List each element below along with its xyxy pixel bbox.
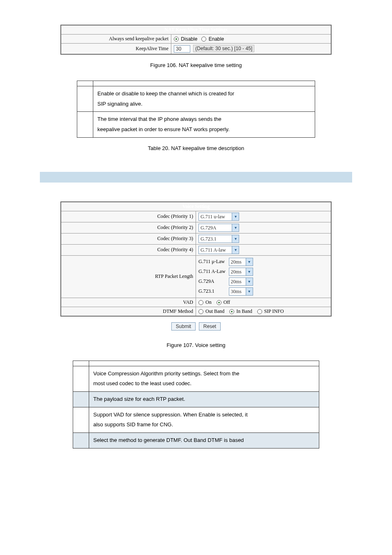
vad-on-label: On	[205, 299, 212, 305]
codec-p4-select[interactable]: G.711 A-law▾	[198, 246, 239, 254]
rtp-packet-length-label: RTP Packet Length	[61, 255, 196, 298]
rtp-g729a-name: G.729A	[198, 277, 229, 287]
nat-desc-desc-header	[93, 81, 315, 86]
dtmf-outband-label: Out Band	[205, 308, 224, 314]
keepalive-time-hint: (Default: 30 sec.) [10 - 45]	[193, 45, 254, 52]
dtmf-inband-label: In Band	[236, 308, 252, 314]
dtmf-label: DTMF Method	[61, 307, 196, 316]
chevron-down-icon: ▾	[246, 288, 253, 295]
always-send-label: Always send keepalive packet	[61, 35, 171, 44]
chevron-down-icon: ▾	[246, 268, 253, 275]
codec-p1-label: Codec (Priority 1)	[61, 211, 196, 222]
rtp-g711u-select[interactable]: 20ms▾	[229, 258, 253, 266]
rtp-inner-table: G.711 μ-Law 20ms▾ G.711 A-Law 20ms▾	[198, 257, 256, 296]
dtmf-outband-radio[interactable]	[198, 309, 203, 314]
voice-desc-desc-header	[89, 361, 319, 366]
dtmf-sipinfo-radio[interactable]	[257, 309, 262, 314]
radio-disable[interactable]	[174, 37, 179, 42]
rtp-g7231-select[interactable]: 30ms▾	[229, 287, 253, 296]
chevron-down-icon: ▾	[232, 224, 239, 231]
codec-p3-select[interactable]: G.723.1▾	[198, 235, 239, 243]
vad-on-radio[interactable]	[198, 300, 203, 305]
nat-desc-row2-field	[77, 112, 93, 137]
rtp-g729a-select[interactable]: 20ms▾	[229, 278, 253, 286]
dtmf-options: Out Band In Band SIP INFO	[196, 307, 332, 316]
nat-settings-title: NAT KeepAlive Time Settings	[61, 25, 331, 35]
chevron-down-icon: ▾	[246, 258, 253, 266]
voice-setting-table: Voice Setting Codec (Priority 1) G.711 u…	[60, 201, 332, 317]
chevron-down-icon: ▾	[246, 278, 253, 285]
radio-enable-label: Enable	[209, 36, 224, 42]
vad-options: On Off	[196, 298, 332, 307]
voice-setting-title: Voice Setting	[61, 202, 331, 211]
codec-p2-select[interactable]: G.729A▾	[198, 224, 239, 232]
chevron-down-icon: ▾	[232, 235, 239, 243]
radio-enable[interactable]	[201, 37, 206, 42]
figure-107-caption: Figure 107. Voice setting	[16, 342, 376, 348]
nat-description-table: Enable or disable to keep the channel wh…	[77, 81, 315, 138]
keepalive-time-value: 30 (Default: 30 sec.) [10 - 45]	[171, 44, 332, 54]
rtp-g7231-name: G.723.1	[198, 287, 229, 296]
submit-button[interactable]: Submit	[171, 322, 196, 331]
table-20-caption: Table 20. NAT keepalive time description	[16, 145, 376, 151]
codec-p4-label: Codec (Priority 4)	[61, 244, 196, 255]
voice-desc-dtmf-desc: Select the method to generate DTMF. Out …	[89, 433, 319, 449]
voice-desc-vad-field	[73, 407, 89, 432]
always-send-value: Disable Enable	[171, 35, 332, 44]
voice-desc-vad-desc: Support VAD for silence suppression. Whe…	[89, 407, 319, 432]
nat-keepalive-settings: NAT KeepAlive Time Settings Always send …	[60, 25, 332, 55]
voice-desc-codec-desc: Voice Compression Algorithm priority set…	[89, 366, 319, 391]
rtp-g711a-select[interactable]: 20ms▾	[229, 268, 253, 276]
figure-106-caption: Figure 106. NAT keepalive time setting	[16, 62, 376, 68]
section-divider-bar	[40, 172, 352, 183]
keepalive-time-label: KeepAlive Time	[61, 44, 171, 54]
radio-disable-label: Disable	[181, 36, 197, 42]
codec-p3-label: Codec (Priority 3)	[61, 233, 196, 244]
reset-button[interactable]: Reset	[199, 322, 221, 331]
vad-off-label: Off	[224, 299, 230, 305]
voice-desc-rtp-field	[73, 391, 89, 407]
voice-desc-rtp-desc: The payload size for each RTP packet.	[89, 391, 319, 407]
nat-desc-row1-field	[77, 86, 93, 111]
vad-off-radio[interactable]	[217, 300, 221, 305]
codec-p1-select[interactable]: G.711 u-law▾	[198, 213, 239, 221]
voice-description-table: Voice Compression Algorithm priority set…	[73, 361, 319, 449]
rtp-g711u-name: G.711 μ-Law	[198, 257, 229, 267]
chevron-down-icon: ▾	[232, 213, 239, 220]
codec-p2-label: Codec (Priority 2)	[61, 222, 196, 233]
nat-desc-row2-desc: The time interval that the IP phone alwa…	[93, 112, 315, 137]
dtmf-inband-radio[interactable]	[229, 309, 234, 314]
rtp-g711a-name: G.711 A-Law	[198, 267, 229, 277]
chevron-down-icon: ▾	[232, 246, 239, 254]
voice-desc-field-header	[73, 361, 89, 366]
dtmf-sipinfo-label: SIP INFO	[264, 308, 284, 314]
keepalive-time-input[interactable]: 30	[174, 45, 190, 53]
nat-desc-field-header	[77, 81, 93, 86]
vad-label: VAD	[61, 298, 196, 307]
voice-desc-dtmf-field	[73, 433, 89, 449]
nat-desc-row1-desc: Enable or disable to keep the channel wh…	[93, 86, 315, 111]
voice-desc-codec-field	[73, 366, 89, 391]
